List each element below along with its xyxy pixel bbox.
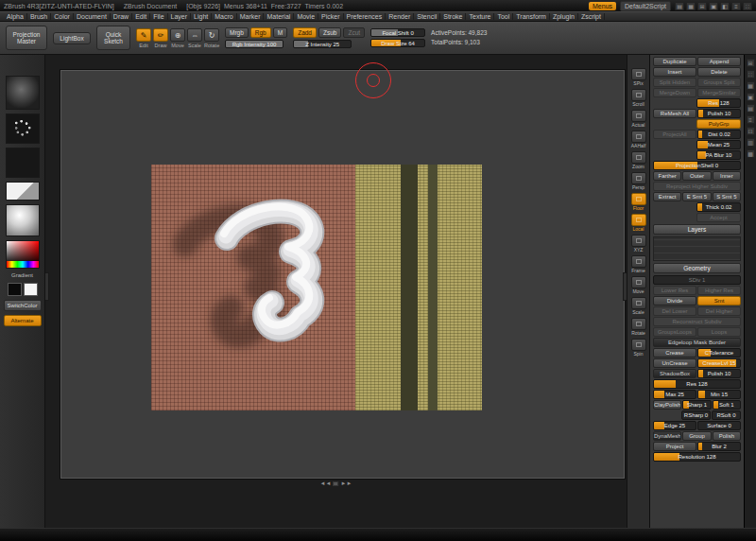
rgb-intensity-slider[interactable]: Rgb Intensity 100	[225, 40, 284, 48]
persp-toggle[interactable]: Persp	[629, 172, 648, 190]
tray-icon-3[interactable]: ▦	[747, 81, 755, 90]
surface-0-slider[interactable]: Surface 0	[697, 421, 741, 430]
focal-shift-slider[interactable]: Focal Shift 0	[370, 28, 425, 37]
outer-button[interactable]: Outer	[682, 171, 711, 181]
floor-toggle[interactable]: Floor	[629, 193, 648, 211]
creaselvl-15-slider[interactable]: CreaseLvl 15	[697, 358, 741, 368]
lightbox-button[interactable]: LightBox	[53, 32, 91, 44]
e-smt-5-button[interactable]: E Smt 5	[682, 192, 711, 201]
spin-toggle[interactable]: Spin	[629, 339, 648, 357]
titlebar-icon-6[interactable]: ≡	[731, 2, 741, 10]
projectionshell-0-slider[interactable]: ProjectionShell 0	[653, 161, 741, 170]
polish-10-slider[interactable]: Polish 10	[697, 369, 741, 378]
tray-icon-1[interactable]: ⊞	[747, 59, 755, 67]
secondary-color-swatch[interactable]	[24, 283, 38, 296]
titlebar-icon-5[interactable]: ◧	[720, 2, 730, 10]
menu-document[interactable]: Document	[74, 13, 111, 20]
local-toggle[interactable]: Local	[629, 214, 648, 232]
edgeloop-mask-border-button[interactable]: Edgeloop Mask Border	[653, 338, 741, 347]
append-button[interactable]: Append	[697, 57, 741, 66]
menu-draw[interactable]: Draw	[111, 13, 132, 20]
polygrp-button[interactable]: PolyGrp	[696, 119, 741, 129]
edge-25-slider[interactable]: Edge 25	[653, 421, 696, 430]
left-tray-handle[interactable]	[45, 272, 49, 301]
tray-icon-8[interactable]: ▥	[747, 138, 755, 147]
current-texture-thumbnail[interactable]	[6, 182, 40, 201]
menu-stroke[interactable]: Stroke	[440, 13, 466, 20]
s-smt-5-button[interactable]: S Smt 5	[713, 192, 741, 201]
remesh-all-button[interactable]: ReMesh All	[653, 109, 696, 118]
rotate-mode-button[interactable]: ↻Rotate	[204, 28, 219, 48]
rotate-toggle[interactable]: Rotate	[629, 318, 648, 336]
tray-icon-7[interactable]: ⊡	[747, 127, 755, 135]
tray-icon-2[interactable]: ∷	[747, 70, 755, 79]
inner-button[interactable]: Inner	[713, 171, 741, 181]
menu-file[interactable]: File	[150, 13, 167, 20]
menu-movie[interactable]: Movie	[294, 13, 318, 20]
tray-icon-4[interactable]: ▣	[747, 93, 755, 101]
zbrush-document[interactable]	[60, 70, 625, 479]
menu-material[interactable]: Material	[264, 13, 294, 20]
menu-layer[interactable]: Layer	[168, 13, 192, 20]
project-button[interactable]: Project	[653, 442, 696, 451]
actual-toggle[interactable]: Actual	[629, 110, 648, 128]
zadd-button[interactable]: Zadd	[293, 27, 317, 38]
titlebar-icon-2[interactable]: ▦	[686, 2, 696, 10]
smt-button[interactable]: Smt	[697, 296, 741, 305]
spix-toggle[interactable]: SPix	[629, 68, 648, 86]
tray-icon-5[interactable]: ▤	[747, 104, 755, 113]
duplicate-button[interactable]: Duplicate	[653, 57, 696, 66]
projection-master-button[interactable]: Projection Master	[6, 26, 47, 50]
color-picker[interactable]	[6, 240, 40, 269]
uncrease-button[interactable]: UnCrease	[653, 358, 696, 368]
titlebar-icon-4[interactable]: ▣	[709, 2, 718, 10]
layers-list[interactable]	[653, 236, 741, 261]
menu-zscript[interactable]: Zscript	[578, 13, 605, 20]
right-tray-handle[interactable]	[623, 272, 627, 301]
mrgb-button[interactable]: Mrgb	[225, 27, 249, 38]
draw-size-slider[interactable]: Draw Size 64	[370, 39, 425, 47]
menu-edit[interactable]: Edit	[132, 13, 150, 20]
current-stroke-thumbnail[interactable]	[6, 113, 40, 144]
canvas-area[interactable]: ◄◄ ►►	[45, 55, 627, 528]
menu-preferences[interactable]: Preferences	[344, 13, 387, 20]
claypolish-button[interactable]: ClayPolish	[653, 400, 681, 410]
divide-button[interactable]: Divide	[653, 296, 696, 305]
quick-sketch-button[interactable]: Quick Sketch	[96, 26, 130, 50]
res-128-slider[interactable]: Res 128	[653, 379, 741, 389]
titlebar-icon-1[interactable]: ▤	[675, 2, 684, 10]
blur-2-slider[interactable]: Blur 2	[697, 442, 741, 451]
farther-button[interactable]: Farther	[653, 171, 681, 181]
scale-mode-button[interactable]: ⇔Scale	[187, 28, 202, 48]
scale-toggle[interactable]: Scale	[629, 297, 648, 315]
delete-button[interactable]: Delete	[697, 67, 741, 77]
menu-tool[interactable]: Tool	[494, 13, 513, 20]
color-picker-hue-strip[interactable]	[7, 261, 39, 268]
mean-25-slider[interactable]: Mean 25	[696, 140, 741, 149]
geometry-section-header[interactable]: Geometry	[653, 263, 741, 273]
scroll-toggle[interactable]: Scroll	[629, 89, 648, 107]
switchcolor-button[interactable]: SwitchColor	[4, 300, 42, 311]
menu-color[interactable]: Color	[51, 13, 74, 20]
edit-mode-button[interactable]: ✎Edit	[136, 28, 151, 48]
menu-light[interactable]: Light	[191, 13, 212, 20]
menu-texture[interactable]: Texture	[466, 13, 494, 20]
insert-button[interactable]: Insert	[653, 67, 696, 77]
dist-0-02-slider[interactable]: Dist 0.02	[697, 130, 741, 139]
polish-button[interactable]: Polish	[713, 431, 741, 441]
menu-render[interactable]: Render	[386, 13, 414, 20]
menu-picker[interactable]: Picker	[318, 13, 343, 20]
extract-button[interactable]: Extract	[653, 192, 681, 201]
color-picker-gradient[interactable]	[7, 241, 39, 261]
rsoft-0-slider[interactable]: RSoft 0	[712, 410, 741, 420]
menu-marker[interactable]: Marker	[237, 13, 265, 20]
zoom-toggle[interactable]: Zoom	[629, 151, 648, 169]
tray-icon-9[interactable]: ▩	[747, 149, 755, 158]
min-15-slider[interactable]: Min 15	[697, 390, 741, 399]
sharp-1-slider[interactable]: Sharp 1	[682, 400, 711, 410]
draw-mode-button[interactable]: ✏Draw	[153, 28, 168, 48]
menu-zplugin[interactable]: Zplugin	[550, 13, 578, 20]
menu-stencil[interactable]: Stencil	[414, 13, 440, 20]
current-alpha-thumbnail[interactable]	[6, 148, 40, 178]
scroll-thumb[interactable]	[334, 481, 339, 486]
